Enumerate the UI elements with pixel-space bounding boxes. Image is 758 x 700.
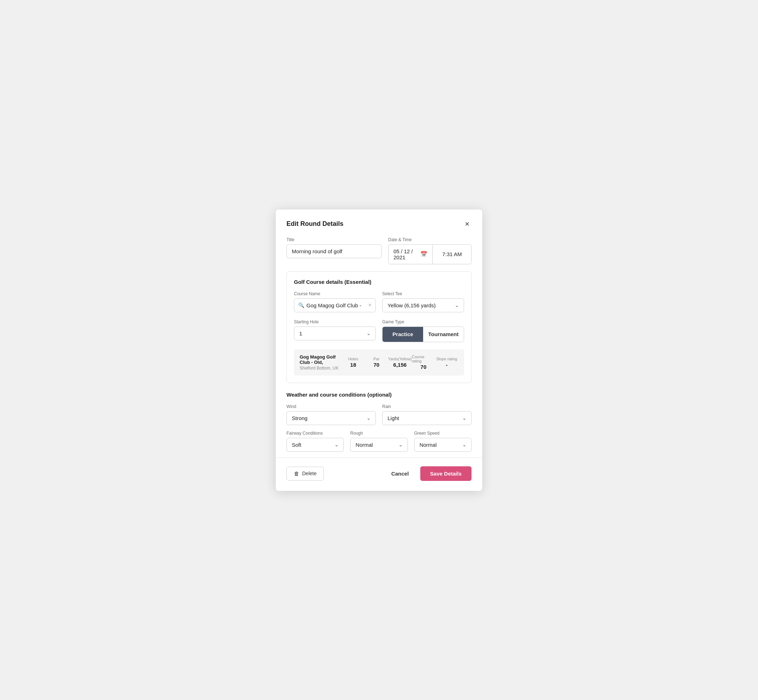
course-name-group: Course Name 🔍 × (294, 291, 376, 312)
rain-select-wrap: None Light Moderate Heavy ⌄ (382, 411, 471, 425)
starting-hole-wrap: 1 ⌄ (294, 327, 376, 341)
time-input[interactable]: 7:31 AM (433, 244, 471, 264)
weather-section: Weather and course conditions (optional)… (287, 392, 471, 452)
holes-label: Holes (348, 357, 358, 361)
date-time-field-group: Date & Time 05 / 12 / 2021 📅 7:31 AM (388, 237, 471, 264)
course-section-title: Golf Course details (Essential) (294, 279, 464, 285)
time-value: 7:31 AM (442, 251, 462, 257)
search-icon: 🔍 (298, 302, 304, 308)
date-input[interactable]: 05 / 12 / 2021 📅 (388, 244, 433, 264)
holes-value: 18 (350, 362, 356, 368)
date-value: 05 / 12 / 2021 (393, 248, 418, 260)
course-info-name: Gog Magog Golf Club - Old, Shelford Bott… (300, 354, 341, 370)
edit-round-modal: Edit Round Details × Title Date & Time 0… (276, 209, 482, 491)
starting-hole-group: Starting Hole 1 ⌄ (294, 319, 376, 342)
yards-label: Yards(Yellow) (388, 357, 412, 361)
wind-label: Wind (287, 404, 376, 409)
modal-header: Edit Round Details × (287, 219, 471, 229)
delete-label: Delete (302, 470, 316, 476)
holes-stat: Holes 18 (341, 357, 365, 368)
course-rating-label: Course rating (412, 355, 435, 363)
select-tee-group: Select Tee Yellow (6,156 yards) ⌄ (382, 291, 464, 312)
rain-label: Rain (382, 404, 471, 409)
course-name-label: Course Name (294, 291, 376, 296)
rough-select-wrap: Short Normal Long ⌄ (350, 438, 407, 452)
wind-select-wrap: Calm Light Moderate Strong Very Strong ⌄ (287, 411, 376, 425)
date-time-label: Date & Time (388, 237, 471, 242)
course-info-bar: Gog Magog Golf Club - Old, Shelford Bott… (294, 349, 464, 376)
rain-group: Rain None Light Moderate Heavy ⌄ (382, 404, 471, 425)
slope-rating-label: Slope rating (436, 357, 457, 361)
yards-stat: Yards(Yellow) 6,156 (388, 357, 412, 368)
fairway-label: Fairway Conditions (287, 431, 344, 436)
course-name-input[interactable] (294, 298, 376, 312)
practice-button[interactable]: Practice (382, 327, 423, 342)
game-type-toggle: Practice Tournament (382, 327, 464, 342)
par-value: 70 (374, 362, 380, 368)
title-date-row: Title Date & Time 05 / 12 / 2021 📅 7:31 … (287, 237, 471, 264)
starting-hole-label: Starting Hole (294, 319, 376, 324)
par-label: Par (373, 357, 379, 361)
modal-title: Edit Round Details (287, 220, 343, 228)
tournament-button[interactable]: Tournament (423, 327, 464, 342)
slope-rating-stat: Slope rating - (435, 357, 458, 368)
select-tee-label: Select Tee (382, 291, 464, 296)
delete-button[interactable]: 🗑 Delete (287, 467, 324, 481)
date-time-inputs: 05 / 12 / 2021 📅 7:31 AM (388, 244, 471, 264)
course-name-tee-row: Course Name 🔍 × Select Tee Yellow (6,156… (294, 291, 464, 312)
hole-gametype-row: Starting Hole 1 ⌄ Game Type Practice Tou… (294, 319, 464, 342)
green-speed-label: Green Speed (414, 431, 471, 436)
wind-rain-row: Wind Calm Light Moderate Strong Very Str… (287, 404, 471, 425)
wind-group: Wind Calm Light Moderate Strong Very Str… (287, 404, 376, 425)
wind-dropdown[interactable]: Calm Light Moderate Strong Very Strong (287, 411, 376, 425)
par-stat: Par 70 (365, 357, 388, 368)
clear-icon[interactable]: × (368, 302, 371, 308)
select-tee-wrap: Yellow (6,156 yards) ⌄ (382, 298, 464, 312)
fairway-select-wrap: Soft Normal Hard ⌄ (287, 438, 344, 452)
green-speed-group: Green Speed Slow Normal Fast ⌄ (414, 431, 471, 452)
cancel-button[interactable]: Cancel (385, 467, 414, 480)
green-speed-select-wrap: Slow Normal Fast ⌄ (414, 438, 471, 452)
footer-divider (276, 458, 482, 458)
rough-group: Rough Short Normal Long ⌄ (350, 431, 407, 452)
title-input[interactable] (287, 244, 382, 258)
course-section: Golf Course details (Essential) Course N… (287, 271, 471, 383)
title-field-group: Title (287, 237, 382, 264)
footer-right-actions: Cancel Save Details (385, 466, 471, 481)
starting-hole-dropdown[interactable]: 1 (294, 327, 376, 341)
course-name-sub: Shelford Bottom, UK (300, 366, 341, 370)
course-name-main: Gog Magog Golf Club - Old, (300, 354, 341, 365)
course-rating-stat: Course rating 70 (412, 355, 435, 370)
calendar-icon: 📅 (420, 251, 428, 258)
trash-icon: 🗑 (294, 470, 299, 477)
fairway-dropdown[interactable]: Soft Normal Hard (287, 438, 344, 452)
fairway-rough-green-row: Fairway Conditions Soft Normal Hard ⌄ Ro… (287, 431, 471, 452)
weather-section-title: Weather and course conditions (optional) (287, 392, 471, 398)
slope-rating-value: - (446, 362, 448, 368)
footer-row: 🗑 Delete Cancel Save Details (287, 466, 471, 481)
close-button[interactable]: × (463, 219, 471, 229)
fairway-group: Fairway Conditions Soft Normal Hard ⌄ (287, 431, 344, 452)
course-rating-value: 70 (421, 364, 427, 370)
save-button[interactable]: Save Details (420, 466, 471, 481)
rain-dropdown[interactable]: None Light Moderate Heavy (382, 411, 471, 425)
yards-value: 6,156 (393, 362, 407, 368)
rough-label: Rough (350, 431, 407, 436)
game-type-group: Game Type Practice Tournament (382, 319, 464, 342)
title-label: Title (287, 237, 382, 242)
game-type-label: Game Type (382, 319, 464, 324)
course-search-wrap: 🔍 × (294, 298, 376, 312)
select-tee-dropdown[interactable]: Yellow (6,156 yards) (382, 298, 464, 312)
green-speed-dropdown[interactable]: Slow Normal Fast (414, 438, 471, 452)
rough-dropdown[interactable]: Short Normal Long (350, 438, 407, 452)
